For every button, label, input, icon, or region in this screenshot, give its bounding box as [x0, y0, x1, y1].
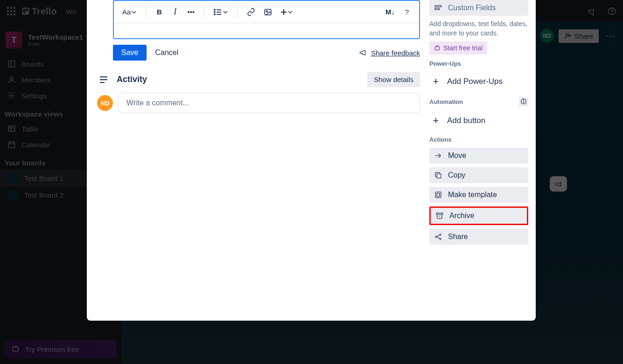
editor-body[interactable]: [114, 23, 419, 38]
megaphone-icon: [359, 48, 367, 57]
side-btn-label: Custom Fields: [448, 4, 496, 12]
feedback-label: Share feedback: [371, 49, 420, 57]
custom-fields-button[interactable]: Custom Fields: [429, 0, 528, 16]
svg-point-36: [266, 11, 268, 12]
automation-label: Automation: [429, 98, 463, 105]
image-button[interactable]: [261, 5, 275, 19]
list-button[interactable]: [211, 6, 231, 18]
svg-point-53: [440, 238, 441, 240]
insert-button[interactable]: [278, 6, 295, 18]
bold-button[interactable]: B: [153, 5, 166, 19]
user-avatar: ND: [97, 95, 113, 111]
svg-rect-43: [435, 8, 439, 10]
editor-toolbar: Aa B I ••• M↓ ?: [114, 1, 419, 23]
side-link-label: Add button: [447, 116, 485, 125]
briefcase-icon: [434, 45, 441, 51]
side-btn-label: Copy: [448, 171, 465, 179]
copy-button[interactable]: Copy: [429, 167, 528, 183]
side-btn-label: Make template: [448, 191, 497, 199]
description-editor[interactable]: Aa B I ••• M↓ ?: [113, 0, 420, 39]
fields-icon: [434, 4, 442, 12]
plus-icon: +: [431, 115, 441, 127]
automation-info-button[interactable]: ⓘ: [519, 97, 528, 106]
add-automation-button[interactable]: + Add button: [429, 111, 528, 130]
side-link-label: Add Power-Ups: [447, 77, 503, 86]
trial-label: Start free trial: [443, 44, 483, 52]
actions-label: Actions: [429, 136, 528, 143]
cancel-button[interactable]: Cancel: [155, 48, 178, 57]
start-trial-button[interactable]: Start free trial: [429, 41, 487, 55]
move-button[interactable]: Move: [429, 148, 528, 164]
svg-line-54: [437, 235, 440, 236]
svg-line-55: [437, 237, 440, 239]
share-card-button[interactable]: Share: [429, 229, 528, 245]
share-icon: [434, 233, 442, 241]
archive-icon: [435, 212, 444, 220]
arrow-right-icon: [434, 151, 442, 160]
markdown-button[interactable]: M↓: [383, 5, 398, 19]
svg-point-33: [214, 14, 215, 15]
activity-title: Activity: [117, 75, 361, 84]
side-btn-label: Share: [448, 233, 468, 241]
share-feedback-link[interactable]: Share feedback: [359, 48, 420, 57]
plus-icon: +: [431, 76, 441, 88]
link-button[interactable]: [244, 5, 258, 19]
add-powerups-button[interactable]: + Add Power-Ups: [429, 72, 528, 91]
svg-rect-42: [435, 6, 441, 7]
text-style-button[interactable]: Aa: [119, 5, 139, 19]
save-button[interactable]: Save: [113, 45, 147, 61]
card-modal: Aa B I ••• M↓ ? Save Cancel: [87, 0, 536, 321]
svg-point-52: [440, 234, 441, 235]
template-icon: [434, 191, 442, 199]
svg-point-29: [214, 9, 215, 10]
copy-icon: [434, 171, 442, 179]
svg-point-31: [214, 12, 215, 13]
svg-rect-47: [435, 192, 441, 198]
svg-rect-49: [436, 213, 443, 214]
show-details-button[interactable]: Show details: [367, 72, 420, 87]
archive-button[interactable]: Archive: [429, 206, 528, 225]
make-template-button[interactable]: Make template: [429, 187, 528, 203]
comment-input[interactable]: Write a comment...: [119, 93, 420, 113]
side-btn-label: Move: [448, 151, 466, 160]
svg-rect-46: [437, 174, 441, 178]
custom-fields-desc: Add dropdowns, text fields, dates, and m…: [429, 20, 528, 38]
side-btn-label: Archive: [449, 212, 474, 220]
more-formatting-button[interactable]: •••: [184, 5, 197, 19]
italic-button[interactable]: I: [168, 4, 182, 20]
svg-rect-44: [435, 47, 439, 50]
editor-help-button[interactable]: ?: [400, 5, 413, 19]
powerups-label: Power-Ups: [429, 60, 528, 67]
svg-rect-48: [437, 193, 440, 196]
activity-icon: [97, 74, 110, 85]
svg-point-51: [435, 236, 437, 238]
